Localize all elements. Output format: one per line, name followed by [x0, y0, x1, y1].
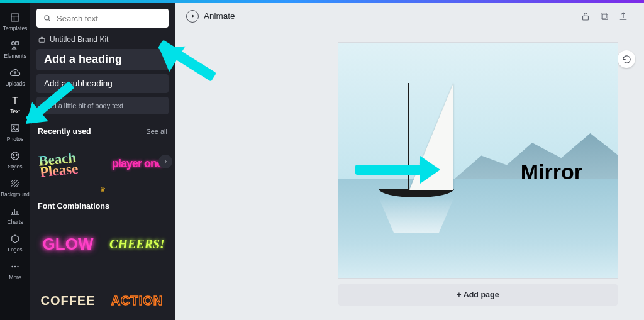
rail-label: Photos — [7, 136, 23, 142]
svg-point-13 — [45, 16, 49, 20]
svg-marker-9 — [12, 235, 19, 243]
search-input[interactable] — [57, 14, 162, 23]
add-page-label: + Add page — [457, 290, 499, 299]
rail-label: Styles — [8, 163, 22, 170]
thumb-label: Beach Please — [38, 150, 97, 179]
svg-point-11 — [14, 265, 16, 267]
rail-background[interactable]: Background — [0, 174, 30, 201]
rail-label: More — [9, 274, 21, 280]
text-style-thumb[interactable]: player one — [108, 145, 166, 184]
text-style-thumb[interactable]: GLOW — [39, 224, 97, 263]
recent-thumb-row: Beach Please player one — [36, 141, 169, 184]
charts-icon — [9, 206, 21, 217]
duplicate-icon — [599, 11, 610, 22]
rail-label: Charts — [7, 219, 23, 225]
canvas-text-mirror[interactable]: Mirror — [521, 160, 582, 184]
refresh-icon — [622, 55, 631, 64]
svg-rect-0 — [11, 14, 19, 21]
rail-label: Elements — [4, 53, 26, 59]
styles-icon — [9, 150, 21, 162]
scroll-right-button[interactable] — [158, 155, 172, 168]
rail-more[interactable]: More — [0, 257, 30, 284]
logos-icon — [9, 233, 21, 245]
rail-templates[interactable]: Templates — [0, 8, 30, 35]
add-heading-label: Add a heading — [44, 53, 122, 66]
text-style-thumb[interactable]: CHEERS! — [108, 224, 166, 263]
rail-label: Logos — [8, 246, 22, 253]
svg-rect-16 — [583, 16, 589, 20]
svg-point-7 — [16, 154, 17, 155]
svg-rect-17 — [602, 14, 608, 19]
add-body-button[interactable]: Add a little bit of body text — [36, 97, 169, 114]
upload-icon — [618, 11, 629, 22]
add-body-label: Add a little bit of body text — [44, 102, 123, 109]
svg-rect-3 — [11, 124, 19, 131]
premium-crown-icon: ♛ — [36, 186, 169, 193]
add-subheading-label: Add a subheading — [44, 79, 113, 88]
rail-photos[interactable]: Photos — [0, 118, 30, 146]
text-panel: Untitled Brand Kit Add a heading Add a s… — [30, 3, 175, 320]
svg-point-6 — [13, 154, 14, 155]
search-icon — [43, 13, 52, 23]
bg-sea — [338, 179, 618, 278]
svg-rect-14 — [39, 38, 45, 42]
thumb-label: GLOW — [43, 234, 94, 254]
lock-button[interactable] — [576, 7, 595, 26]
rail-logos[interactable]: Logos — [0, 229, 30, 257]
svg-rect-18 — [601, 13, 606, 18]
svg-point-5 — [11, 152, 19, 160]
rail-text[interactable]: Text — [0, 91, 30, 118]
thumb-label: ACTION — [111, 294, 164, 308]
boat-sail — [409, 83, 453, 190]
rail-uploads[interactable]: Uploads — [0, 63, 30, 91]
add-page-button[interactable]: + Add page — [338, 284, 618, 306]
font-combinations-header: Font Combinations — [38, 202, 167, 211]
rail-label: Background — [1, 191, 29, 197]
combo-thumb-row-1: GLOW CHEERS! — [36, 216, 169, 263]
export-button[interactable] — [614, 7, 633, 26]
rail-elements[interactable]: Elements — [0, 35, 30, 63]
svg-point-8 — [14, 157, 15, 158]
animate-label: Animate — [204, 11, 235, 21]
background-icon — [9, 178, 21, 189]
chevron-right-icon — [162, 158, 169, 165]
rail-charts[interactable]: Charts — [0, 201, 30, 229]
side-rail: Templates Elements Uploads Text Photos S… — [0, 3, 30, 320]
add-subheading-button[interactable]: Add a subheading — [36, 74, 169, 93]
text-style-thumb[interactable]: Beach Please — [39, 145, 97, 184]
svg-rect-2 — [16, 41, 19, 45]
thumb-label: player one — [112, 159, 162, 168]
add-heading-button[interactable]: Add a heading — [36, 49, 169, 70]
search-bar[interactable] — [36, 9, 169, 28]
svg-point-10 — [11, 265, 13, 267]
brand-kit-row[interactable]: Untitled Brand Kit — [38, 35, 169, 44]
play-circle-icon — [186, 10, 199, 23]
brand-kit-label: Untitled Brand Kit — [50, 35, 108, 44]
svg-marker-15 — [192, 14, 194, 18]
svg-point-1 — [12, 41, 15, 45]
uploads-icon — [9, 67, 21, 79]
thumb-label: CHEERS! — [109, 237, 165, 251]
briefcase-icon — [38, 36, 46, 44]
text-style-thumb[interactable]: ACTION — [108, 281, 166, 320]
rail-label: Templates — [3, 25, 28, 31]
canvas-viewport[interactable]: Mirror + Add page — [175, 30, 644, 320]
editor-toolbar: Animate — [175, 3, 644, 30]
svg-point-12 — [17, 265, 18, 267]
section-title: Recently used — [38, 127, 91, 136]
text-style-thumb[interactable]: COFFEE — [39, 281, 97, 320]
reset-view-button[interactable] — [618, 50, 635, 68]
rail-label: Uploads — [5, 80, 25, 87]
recently-used-header: Recently used See all — [38, 127, 167, 136]
rail-styles[interactable]: Styles — [0, 146, 30, 174]
see-all-link[interactable]: See all — [146, 128, 167, 135]
design-page[interactable]: Mirror — [338, 43, 618, 278]
section-title: Font Combinations — [38, 202, 109, 211]
photos-icon — [9, 123, 21, 134]
editor-stage: Animate Mirror + Add page — [175, 3, 644, 320]
templates-icon — [9, 12, 21, 23]
combo-thumb-row-2: COFFEE ACTION — [36, 263, 169, 320]
animate-button[interactable]: Animate — [186, 10, 235, 23]
elements-icon — [9, 40, 21, 51]
duplicate-page-button[interactable] — [595, 7, 614, 26]
